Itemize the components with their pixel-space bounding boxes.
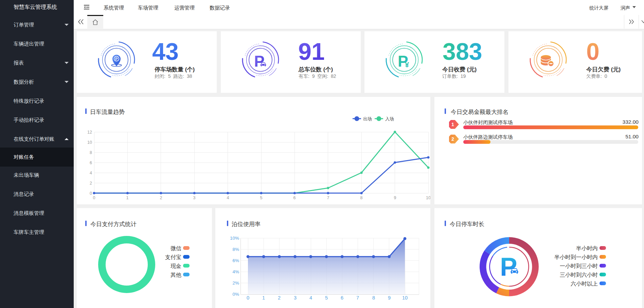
svg-text:10%: 10% (230, 236, 239, 241)
svg-text:10: 10 (402, 295, 408, 301)
svg-text:¥: ¥ (405, 61, 409, 69)
svg-text:6%: 6% (232, 258, 239, 263)
svg-text:出场: 出场 (363, 116, 372, 121)
svg-text:0: 0 (90, 191, 92, 196)
svg-text:8: 8 (360, 195, 363, 200)
svg-text:12: 12 (87, 130, 92, 135)
svg-text:6: 6 (90, 160, 92, 165)
svg-text:10: 10 (87, 140, 92, 145)
svg-text:P: P (254, 52, 265, 70)
svg-text:2: 2 (160, 195, 162, 200)
svg-text:9: 9 (388, 295, 391, 301)
svg-text:0%: 0% (232, 292, 239, 297)
svg-text:入场: 入场 (385, 116, 394, 121)
svg-text:4%: 4% (232, 269, 239, 274)
svg-text:8: 8 (90, 150, 92, 155)
svg-text:2: 2 (278, 295, 281, 301)
svg-text:6: 6 (293, 195, 296, 200)
svg-text:2: 2 (90, 181, 92, 186)
svg-text:1: 1 (126, 195, 129, 200)
svg-text:7: 7 (356, 295, 359, 301)
svg-text:6: 6 (341, 295, 343, 301)
svg-text:P: P (115, 57, 118, 61)
svg-text:2%: 2% (232, 280, 239, 286)
svg-text:8%: 8% (232, 247, 239, 252)
svg-text:4: 4 (309, 295, 312, 301)
svg-text:8: 8 (372, 295, 375, 301)
svg-text:4: 4 (90, 171, 92, 175)
svg-text:3: 3 (193, 195, 196, 200)
svg-text:7: 7 (327, 195, 329, 200)
svg-text:9: 9 (394, 195, 396, 200)
svg-text:3: 3 (294, 295, 297, 301)
svg-text:0: 0 (247, 295, 249, 301)
svg-text:4: 4 (227, 195, 229, 200)
svg-text:5: 5 (260, 195, 263, 200)
svg-text:1: 1 (262, 295, 265, 301)
svg-text:10: 10 (426, 195, 430, 200)
svg-text:5: 5 (325, 295, 328, 301)
svg-text:0: 0 (93, 195, 95, 200)
